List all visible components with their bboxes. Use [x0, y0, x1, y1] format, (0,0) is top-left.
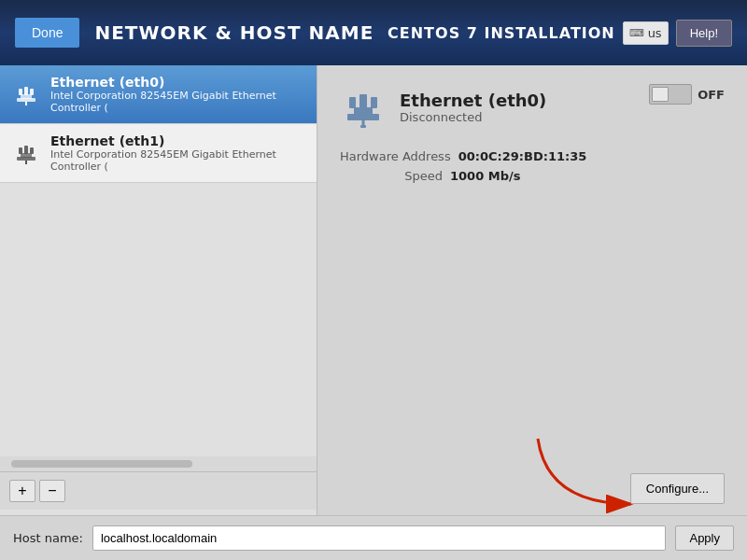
left-panel: Ethernet (eth0) Intel Corporation 82545E…: [0, 65, 317, 560]
svg-rect-4: [24, 87, 28, 95]
main-content: Ethernet (eth0) Intel Corporation 82545E…: [0, 65, 747, 560]
svg-rect-8: [30, 147, 34, 154]
help-button[interactable]: Help!: [676, 20, 732, 47]
eth-name-status: Ethernet (eth0) Disconnected: [400, 91, 546, 124]
toggle-wrapper[interactable]: OFF: [649, 84, 725, 105]
hardware-address-label: Hardware Address: [340, 149, 451, 163]
eth1-info: Ethernet (eth1) Intel Corporation 82545E…: [50, 133, 305, 173]
header-right: CENTOS 7 INSTALLATION ⌨ us Help!: [388, 20, 732, 47]
scroll-indicator: [11, 460, 192, 468]
hardware-address-value: 00:0C:29:BD:11:35: [458, 149, 587, 163]
speed-label: Speed: [340, 169, 443, 183]
hardware-address-row: Hardware Address 00:0C:29:BD:11:35: [340, 149, 725, 163]
header-left: Done NETWORK & HOST NAME: [15, 18, 374, 48]
eth-detail-icon: [340, 84, 387, 131]
list-controls: + −: [0, 471, 317, 510]
done-button[interactable]: Done: [15, 18, 79, 48]
speed-value: 1000 Mb/s: [450, 169, 520, 183]
eth-detail-name: Ethernet (eth0): [400, 91, 546, 110]
network-item-eth0[interactable]: Ethernet (eth0) Intel Corporation 82545E…: [0, 65, 317, 124]
eth0-name: Ethernet (eth0): [50, 75, 305, 90]
centos-title: CENTOS 7 INSTALLATION: [388, 24, 615, 42]
hostname-label: Host name:: [13, 531, 83, 545]
configure-button[interactable]: Configure...: [630, 473, 725, 504]
svg-rect-10: [347, 114, 379, 120]
svg-rect-12: [349, 97, 356, 108]
eth-header: Ethernet (eth0) Disconnected OFF: [340, 84, 725, 131]
svg-rect-3: [30, 89, 34, 95]
keyboard-layout-value: us: [648, 26, 662, 40]
eth-detail-status: Disconnected: [400, 110, 546, 124]
toggle-knob: [652, 87, 669, 102]
page-title: NETWORK & HOST NAME: [94, 21, 374, 44]
svg-rect-11: [354, 107, 373, 115]
eth0-info: Ethernet (eth0) Intel Corporation 82545E…: [50, 75, 305, 114]
svg-rect-2: [19, 89, 22, 95]
eth1-desc: Intel Corporation 82545EM Gigabit Ethern…: [50, 148, 305, 173]
apply-button[interactable]: Apply: [675, 525, 734, 551]
ethernet-icon-eth1: [11, 138, 41, 168]
speed-row: Speed 1000 Mb/s: [340, 169, 725, 183]
network-list: Ethernet (eth0) Intel Corporation 82545E…: [0, 65, 317, 456]
remove-network-button[interactable]: −: [39, 480, 65, 502]
eth0-desc: Intel Corporation 82545EM Gigabit Ethern…: [50, 90, 305, 114]
svg-rect-7: [19, 147, 22, 154]
add-network-button[interactable]: +: [9, 480, 35, 502]
scroll-area: [0, 456, 317, 471]
arrow-indicator: [529, 429, 641, 513]
hostname-input[interactable]: [92, 525, 666, 551]
right-panel: Ethernet (eth0) Disconnected OFF Hardwar…: [317, 65, 747, 560]
svg-rect-15: [360, 125, 366, 128]
toggle-track[interactable]: [649, 84, 692, 105]
eth1-name: Ethernet (eth1): [50, 133, 305, 148]
svg-rect-14: [359, 94, 367, 108]
svg-rect-9: [24, 146, 28, 154]
header: Done NETWORK & HOST NAME CENTOS 7 INSTAL…: [0, 0, 747, 65]
network-item-eth1[interactable]: Ethernet (eth1) Intel Corporation 82545E…: [0, 124, 317, 183]
eth-info: Ethernet (eth0) Disconnected: [340, 84, 546, 131]
hostname-bar: Host name: Apply: [0, 515, 747, 560]
toggle-label: OFF: [698, 88, 725, 102]
keyboard-layout-selector[interactable]: ⌨ us: [623, 21, 669, 45]
keyboard-icon: ⌨: [629, 27, 644, 39]
svg-rect-13: [371, 97, 377, 108]
ethernet-icon-eth0: [11, 79, 41, 109]
